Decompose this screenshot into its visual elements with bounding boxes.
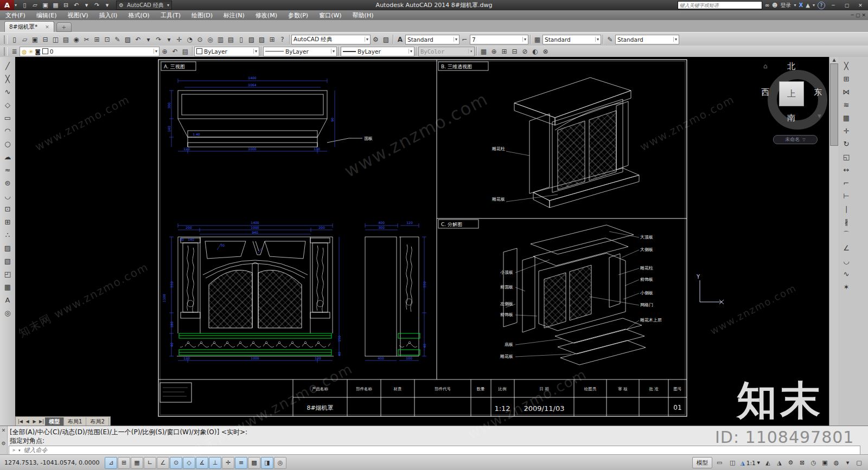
arc-icon[interactable]: ◠ xyxy=(2,124,14,137)
viewcube-west[interactable]: 西 xyxy=(761,87,769,98)
restore-button[interactable]: ▢ xyxy=(841,2,852,9)
circle-icon[interactable]: ○ xyxy=(2,137,14,150)
workspace-settings-icon[interactable]: ⚙ xyxy=(371,35,381,44)
paste-icon[interactable]: ⊡ xyxy=(102,35,112,44)
open-icon[interactable]: ▱ xyxy=(30,1,40,9)
viewcube-home-icon[interactable]: ⌂ xyxy=(763,62,768,70)
doc-close-button[interactable]: ✕ xyxy=(861,12,866,18)
sheet-set-manager-icon[interactable]: ▧ xyxy=(246,35,257,44)
logo-dropdown-icon[interactable]: ▾ xyxy=(15,3,17,8)
lineweight-toggle[interactable]: ≡ xyxy=(235,457,247,469)
layer-previous-icon[interactable]: ↶ xyxy=(170,47,180,56)
fillet-icon[interactable]: ◡ xyxy=(840,254,852,267)
close-icon[interactable]: ✕ xyxy=(2,428,6,433)
zoom-realtime-icon[interactable]: ◔ xyxy=(184,35,195,44)
ortho-toggle[interactable]: ∟ xyxy=(144,457,156,469)
grid-toggle[interactable]: ▦ xyxy=(131,457,143,469)
multiline-text-icon[interactable]: A xyxy=(2,293,14,306)
publish-icon[interactable]: ▤ xyxy=(61,35,71,44)
move-icon[interactable]: ✛ xyxy=(840,124,852,137)
clean-screen-icon[interactable]: ▢ xyxy=(853,457,865,468)
mleader-style-icon[interactable]: ✎ xyxy=(605,35,615,44)
new-icon[interactable]: ▯ xyxy=(20,1,29,9)
table-style-combo[interactable]: Standard▾ xyxy=(542,35,601,44)
copy-icon[interactable]: ⊞ xyxy=(840,72,852,85)
vertical-scrollbar[interactable]: ▲ xyxy=(829,57,839,426)
group-off-icon[interactable]: ⊘ xyxy=(520,47,530,56)
match-properties-icon[interactable]: ✎ xyxy=(112,35,123,44)
new-tab-button[interactable]: + xyxy=(56,22,72,32)
named-group-icon[interactable]: ⊗ xyxy=(540,47,551,56)
performance-icon[interactable]: ◷ xyxy=(808,457,819,468)
region-icon[interactable]: ◰ xyxy=(2,267,14,280)
add-to-group-icon[interactable]: ⊞ xyxy=(499,47,509,56)
toolbar-lock-icon[interactable]: ⊠ xyxy=(796,457,808,468)
osnap-toggle[interactable]: ⊙ xyxy=(170,457,182,469)
help-icon[interactable]: ? xyxy=(277,35,288,44)
quick-view-layouts-icon[interactable]: ▭ xyxy=(714,457,725,468)
color-combo[interactable]: ByLayer▾ xyxy=(194,47,259,56)
ellipse-arc-icon[interactable]: ◡ xyxy=(2,189,14,202)
redo-dropdown[interactable]: ▾ xyxy=(164,35,174,44)
toolbar-grip[interactable] xyxy=(4,47,8,56)
drawing-canvas[interactable]: A. 三视图 B. 三维透视图 C. 分解图 面板 xyxy=(15,57,829,426)
text-style-icon[interactable]: A xyxy=(395,35,405,44)
menu-item[interactable]: 文件(F) xyxy=(0,10,31,20)
plot-preview-icon[interactable]: ◫ xyxy=(50,35,61,44)
scale-icon[interactable]: ◱ xyxy=(840,150,852,163)
menu-item[interactable]: 帮助(H) xyxy=(347,10,379,20)
copy-icon[interactable]: ⊞ xyxy=(92,35,102,44)
transparency-toggle[interactable]: ▩ xyxy=(248,457,260,469)
point-icon[interactable]: ∴ xyxy=(2,228,14,241)
plot-icon[interactable]: ⊟ xyxy=(61,1,71,9)
quick-properties-toggle[interactable]: ◨ xyxy=(261,457,273,469)
ellipse-icon[interactable]: ⊜ xyxy=(2,176,14,189)
designcenter-icon[interactable]: ▤ xyxy=(226,35,236,44)
search-binoculars-icon[interactable]: ∞ xyxy=(765,2,769,8)
workspace-combo[interactable]: AutoCAD 经典▾ xyxy=(291,35,371,44)
workspace-save-icon[interactable]: ▨ xyxy=(381,35,391,44)
add-selected-icon[interactable]: ◎ xyxy=(2,306,14,319)
break-icon[interactable]: ∦ xyxy=(840,215,852,228)
polyline-icon[interactable]: ∿ xyxy=(2,85,14,98)
menu-item[interactable]: 编辑(E) xyxy=(31,10,62,20)
menu-item[interactable]: 修改(M) xyxy=(250,10,283,20)
layer-properties-icon[interactable]: ≣ xyxy=(9,47,20,56)
gradient-icon[interactable]: ▧ xyxy=(2,254,14,267)
blend-curves-icon[interactable]: ∿ xyxy=(840,267,852,280)
viewcube-east[interactable]: 东 xyxy=(814,87,822,98)
last-tab-arrow[interactable]: ▶| xyxy=(38,419,45,424)
viewcube[interactable]: ⌂ 北 南 西 东 上 ▼ 未命名 ▽ xyxy=(761,61,829,147)
save-icon[interactable]: ▣ xyxy=(30,35,40,44)
viewcube-top-face[interactable]: 上 xyxy=(779,81,804,106)
properties-palette-icon[interactable]: ▥ xyxy=(215,35,226,44)
status-dropdown[interactable]: ▾ xyxy=(842,457,853,468)
insert-table-icon[interactable]: ▦ xyxy=(478,47,489,56)
annotation-visibility-icon[interactable]: ◭ xyxy=(762,457,774,468)
otrack-toggle[interactable]: ∡ xyxy=(196,457,208,469)
infer-constraints-toggle[interactable]: ⊿ xyxy=(105,457,117,469)
status-monitor-icon[interactable]: ▣ xyxy=(819,457,831,468)
file-tab[interactable]: 8#烟机罩* ✕ xyxy=(4,21,54,32)
undo-dropdown[interactable]: ▾ xyxy=(82,1,91,9)
snap-toggle[interactable]: ⊞ xyxy=(118,457,130,469)
chevron-down-icon[interactable]: ▾ xyxy=(794,3,796,8)
spline-icon[interactable]: ≈ xyxy=(2,163,14,176)
exchange-apps-icon[interactable]: X xyxy=(799,2,803,8)
chevron-down-icon[interactable]: ▾ xyxy=(18,448,21,453)
tab-model[interactable]: 模型 xyxy=(45,417,64,426)
line-icon[interactable]: ╱ xyxy=(2,59,14,72)
doc-restore-button[interactable]: ▢ xyxy=(856,12,860,18)
tab-layout1[interactable]: 布局1 xyxy=(64,417,86,426)
polar-tracking-toggle[interactable]: ∠ xyxy=(157,457,169,469)
menu-item[interactable]: 标注(N) xyxy=(218,10,250,20)
pan-icon[interactable]: ✛ xyxy=(174,35,184,44)
revision-cloud-icon[interactable]: ☁ xyxy=(2,150,14,163)
table-style-icon[interactable]: ▦ xyxy=(532,35,542,44)
doc-minimize-button[interactable]: ─ xyxy=(851,12,854,18)
viewcube-north[interactable]: 北 xyxy=(787,61,795,72)
open-icon[interactable]: ▱ xyxy=(20,35,30,44)
insert-block-icon[interactable]: ⊡ xyxy=(2,202,14,215)
undo-dropdown[interactable]: ▾ xyxy=(143,35,154,44)
new-icon[interactable]: ▯ xyxy=(9,35,20,44)
